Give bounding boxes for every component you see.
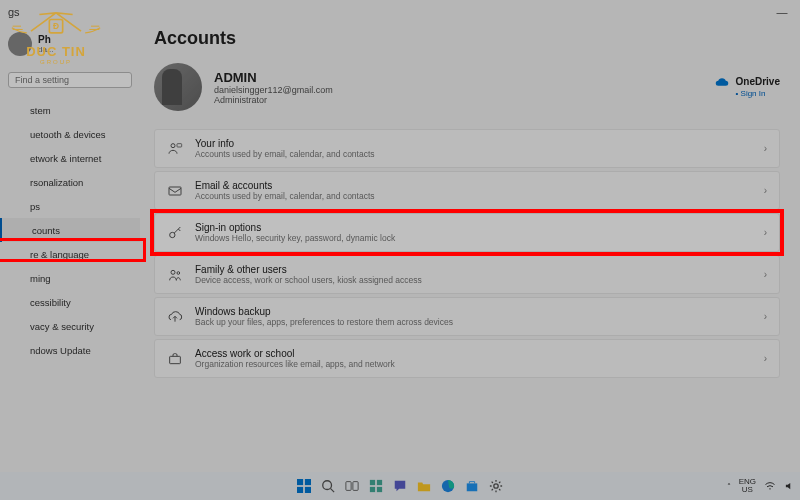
onedrive-signin[interactable]: • Sign In [736,89,766,98]
app-label: gs [8,6,20,18]
card-email-accounts[interactable]: Email & accountsAccounts used by email, … [154,171,780,210]
wifi-icon[interactable] [764,480,776,492]
svg-point-7 [177,271,180,274]
avatar-small [8,32,32,56]
sidebar-item-personalization[interactable]: rsonalization [0,170,140,194]
taskbar-search-icon[interactable] [319,477,337,495]
svg-rect-11 [297,487,303,493]
svg-rect-10 [305,479,311,485]
svg-rect-22 [467,483,478,491]
profile-email-small: da... [38,45,54,54]
chevron-right-icon: › [764,227,767,238]
svg-rect-20 [377,487,382,492]
store-icon[interactable] [463,477,481,495]
sidebar-item-bluetooth[interactable]: uetooth & devices [0,122,140,146]
svg-line-14 [331,489,335,493]
taskbar: ˄ ENG US [0,472,800,500]
settings-icon[interactable] [487,477,505,495]
account-role: Administrator [214,95,333,105]
svg-rect-17 [370,480,375,485]
svg-rect-15 [346,482,351,491]
start-button[interactable] [295,477,313,495]
family-icon [167,267,183,283]
settings-window: gs — Ph da... stem uetooth & devices etw… [0,0,800,472]
sidebar-item-privacy[interactable]: vacy & security [0,314,140,338]
sidebar-item-accounts[interactable]: counts [0,218,140,242]
sidebar-item-time-language[interactable]: re & language [0,242,140,266]
chat-icon[interactable] [391,477,409,495]
person-icon [167,141,183,157]
account-email: danielsingger112@gmail.com [214,85,333,95]
task-view-icon[interactable] [343,477,361,495]
cloud-icon [714,77,730,87]
search-box[interactable] [8,72,132,88]
svg-point-23 [494,484,498,488]
svg-rect-16 [353,482,358,491]
chevron-right-icon: › [764,143,767,154]
svg-rect-8 [170,356,181,363]
tray-chevron-icon[interactable]: ˄ [727,482,731,491]
profile-small[interactable]: Ph da... [0,28,140,60]
sidebar-item-accessibility[interactable]: cessibility [0,290,140,314]
sidebar: Ph da... stem uetooth & devices etwork &… [0,24,140,472]
svg-point-5 [170,232,175,237]
briefcase-icon [167,351,183,367]
sidebar-item-gaming[interactable]: ming [0,266,140,290]
svg-rect-18 [377,480,382,485]
svg-rect-4 [169,187,181,195]
edge-icon[interactable] [439,477,457,495]
onedrive-title: OneDrive [736,76,780,87]
card-windows-backup[interactable]: Windows backupBack up your files, apps, … [154,297,780,336]
card-your-info[interactable]: Your infoAccounts used by email, calenda… [154,129,780,168]
minimize-button[interactable]: — [772,6,792,18]
chevron-right-icon: › [764,185,767,196]
avatar[interactable] [154,63,202,111]
chevron-right-icon: › [764,353,767,364]
volume-icon[interactable] [784,480,794,492]
svg-point-6 [171,270,175,274]
account-name: ADMIN [214,70,333,85]
svg-rect-9 [297,479,303,485]
card-work-school[interactable]: Access work or schoolOrganization resour… [154,339,780,378]
titlebar: gs — [0,0,800,24]
svg-point-2 [171,143,175,147]
page-title: Accounts [154,28,780,49]
sidebar-item-windows-update[interactable]: ndows Update [0,338,140,362]
mail-icon [167,183,183,199]
chevron-right-icon: › [764,269,767,280]
main-content: Accounts ADMIN danielsingger112@gmail.co… [140,24,800,472]
sidebar-item-network[interactable]: etwork & internet [0,146,140,170]
backup-icon [167,309,183,325]
explorer-icon[interactable] [415,477,433,495]
chevron-right-icon: › [764,311,767,322]
sidebar-item-apps[interactable]: ps [0,194,140,218]
svg-rect-3 [177,143,182,146]
onedrive-block[interactable]: OneDrive • Sign In [714,76,780,98]
sidebar-item-system[interactable]: stem [0,98,140,122]
card-sign-in-options[interactable]: Sign-in optionsWindows Hello, security k… [154,213,780,252]
key-icon [167,225,183,241]
svg-rect-19 [370,487,375,492]
widgets-icon[interactable] [367,477,385,495]
card-family-users[interactable]: Family & other usersDevice access, work … [154,255,780,294]
svg-rect-12 [305,487,311,493]
account-hero: ADMIN danielsingger112@gmail.com Adminis… [154,63,780,111]
search-input[interactable] [15,75,127,85]
language-indicator[interactable]: ENG US [739,478,756,494]
profile-name-small: Ph [38,34,54,45]
svg-point-13 [323,481,332,490]
